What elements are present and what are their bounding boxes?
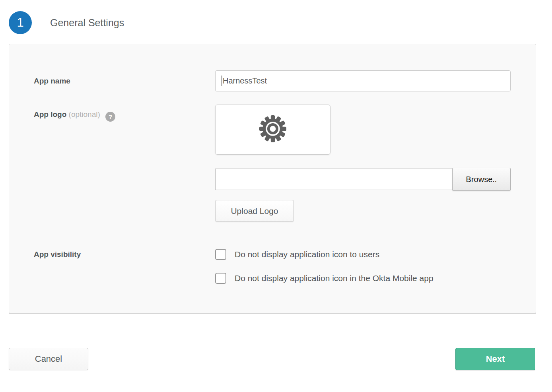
app-visibility-row: App visibility Do not display applicatio… (34, 249, 536, 284)
app-logo-controls: Browse.. Upload Logo (215, 105, 511, 222)
app-logo-label-text: App logo (34, 110, 66, 118)
step-number-badge: 1 (9, 11, 32, 34)
app-visibility-options: Do not display application icon to users… (215, 249, 433, 284)
help-glyph: ? (109, 113, 112, 120)
logo-preview-box (215, 105, 330, 155)
step-number: 1 (17, 16, 23, 30)
optional-note: (optional) (69, 110, 100, 118)
checkbox-hide-icon-mobile[interactable] (215, 273, 226, 284)
checkbox-label: Do not display application icon in the O… (235, 274, 433, 283)
step-header: 1 General Settings (9, 11, 552, 34)
general-settings-panel: App name HarnessTest App logo (optional)… (9, 44, 536, 314)
app-name-label: App name (34, 70, 215, 91)
app-visibility-label: App visibility (34, 249, 215, 284)
help-icon[interactable]: ? (105, 112, 115, 122)
text-caret (222, 76, 222, 86)
cancel-button[interactable]: Cancel (9, 348, 88, 370)
visibility-option-mobile: Do not display application icon in the O… (215, 273, 433, 284)
app-name-row: App name HarnessTest (34, 70, 536, 91)
page-title: General Settings (50, 17, 124, 29)
visibility-option-users: Do not display application icon to users (215, 249, 433, 260)
next-button[interactable]: Next (455, 348, 535, 370)
app-logo-row: App logo (optional) ? (34, 105, 536, 222)
gear-icon (258, 114, 288, 145)
logo-file-row: Browse.. (215, 169, 511, 190)
upload-logo-button[interactable]: Upload Logo (215, 200, 294, 222)
app-name-input[interactable]: HarnessTest (215, 70, 511, 91)
checkbox-label: Do not display application icon to users (235, 250, 379, 259)
app-logo-label: App logo (optional) ? (34, 105, 215, 222)
wizard-footer: Cancel Next (9, 348, 535, 370)
browse-button[interactable]: Browse.. (452, 168, 511, 191)
app-name-value: HarnessTest (223, 76, 267, 85)
checkbox-hide-icon-users[interactable] (215, 249, 226, 260)
